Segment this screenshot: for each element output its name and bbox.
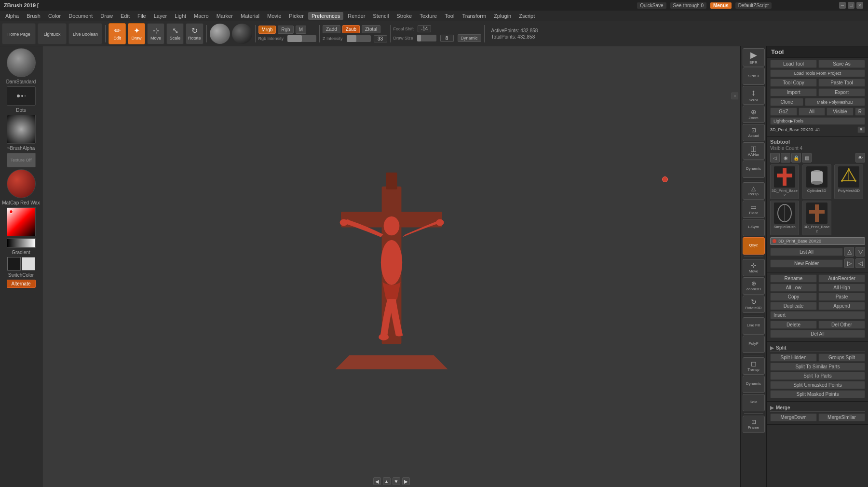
m-btn[interactable]: M — [296, 26, 306, 34]
subtool-item-3dprint[interactable]: 3D_Print_Base 2 — [770, 164, 799, 199]
scroll-left-btn[interactable]: ◀ — [373, 477, 381, 485]
subtool-view-toggle[interactable]: 👁 — [855, 153, 865, 162]
paste-btn[interactable]: Paste — [818, 293, 865, 301]
canvas-area[interactable]: ◀ ▲ ▼ ▶ ▪ — [42, 46, 740, 487]
menu-stroke[interactable]: Stroke — [393, 12, 415, 20]
menu-light[interactable]: Light — [171, 12, 190, 20]
ztotal-btn[interactable]: Ztotal — [362, 25, 380, 33]
scroll-btn[interactable]: ↕ Scroll — [743, 86, 765, 104]
copy-tool-btn[interactable]: Tool Copy — [770, 79, 817, 87]
new-folder-btn[interactable]: New Folder — [770, 259, 843, 268]
split-unmasked-btn[interactable]: Split Unmasked Points — [770, 381, 865, 389]
menu-alpha[interactable]: Alpha — [2, 12, 22, 20]
import-btn[interactable]: Import — [770, 88, 817, 96]
maximize-btn[interactable]: □ — [848, 2, 854, 9]
del-all-btn[interactable]: Del All — [770, 330, 865, 338]
lightbox-tools-btn[interactable]: Lightbox▶Tools — [770, 117, 865, 125]
menu-file[interactable]: File — [134, 12, 149, 20]
subtool-item-3dprint2[interactable]: 3D_Print_Base 2 — [802, 201, 831, 235]
folder-collapse-btn[interactable]: ◁ — [855, 258, 865, 268]
save-as-btn[interactable]: Save As — [818, 60, 865, 68]
menu-layer[interactable]: Layer — [150, 12, 171, 20]
render-sphere[interactable] — [232, 24, 252, 44]
copy-btn[interactable]: Copy — [770, 293, 817, 301]
aahar-btn[interactable]: ◫ AAHar — [743, 142, 765, 160]
zoom3d-btn[interactable]: ⊕ Zoom3D — [743, 277, 765, 295]
qxyz-btn[interactable]: Qxyz — [743, 237, 765, 255]
subtool-list-item-active[interactable]: 3D_Print_Base 20X20 — [770, 237, 865, 245]
menu-preferences[interactable]: Preferences — [308, 12, 343, 20]
split-similar-parts-btn[interactable]: Split To Similar Parts — [770, 363, 865, 371]
menu-tool[interactable]: Tool — [441, 12, 458, 20]
texture-preview[interactable]: Texture Off — [7, 153, 36, 167]
rgb-btn[interactable]: Rgb — [278, 26, 293, 34]
folder-expand-btn[interactable]: ▷ — [844, 258, 854, 268]
mrgb-btn[interactable]: Mrgb — [258, 26, 276, 34]
duplicate-btn[interactable]: Duplicate — [770, 302, 817, 310]
resize-handle[interactable]: ▪ — [732, 93, 738, 99]
draw-btn[interactable]: ✦ Draw — [128, 23, 145, 44]
list-all-btn[interactable]: List All — [770, 248, 843, 256]
list-down-btn[interactable]: ▽ — [855, 247, 865, 257]
merge-down-btn[interactable]: MergeDown — [770, 413, 817, 421]
draw-size-val[interactable]: 8 — [440, 35, 454, 42]
rotate3d-btn[interactable]: ↻ Rotate3D — [743, 296, 765, 313]
persp-btn[interactable]: △ Persp — [743, 182, 765, 200]
menu-document[interactable]: Document — [65, 12, 96, 20]
close-btn[interactable]: ✕ — [856, 2, 863, 9]
solo-btn[interactable]: Solo — [743, 394, 765, 411]
split-to-parts-btn[interactable]: Split To Parts — [770, 372, 865, 380]
zsub-btn[interactable]: Zsub — [342, 25, 360, 33]
actual-btn[interactable]: ⊡ Actual — [743, 124, 765, 141]
color-picker[interactable] — [7, 207, 36, 236]
menu-zplugin[interactable]: Zplugin — [490, 12, 515, 20]
subtool-visibility-btn[interactable]: ◁ — [770, 153, 780, 162]
quicksave-btn[interactable]: QuickSave — [637, 2, 666, 9]
subtool-item-polymesh[interactable]: PolyMesh3D — [834, 164, 863, 199]
menu-material[interactable]: Material — [237, 12, 263, 20]
split-hidden-btn[interactable]: Split Hidden — [770, 353, 817, 362]
dynamic-vtb-btn[interactable]: Dynamic — [743, 161, 765, 178]
all-btn[interactable]: All — [799, 108, 826, 116]
subtool-item-cylinder[interactable]: Cylinder3D — [802, 164, 831, 199]
zoom-btn[interactable]: ⊕ Zoom — [743, 106, 765, 123]
subtool-lock-btn[interactable]: 🔒 — [791, 153, 801, 162]
menu-render[interactable]: Render — [344, 12, 368, 20]
merge-similar-btn[interactable]: MergeSimilar — [818, 413, 865, 421]
subtool-eye-btn[interactable]: ◉ — [781, 153, 790, 162]
default-zscript-btn[interactable]: DefaultZScript — [735, 2, 772, 9]
menu-marker[interactable]: Marker — [213, 12, 236, 20]
spix3-btn[interactable]: SPix 3 — [743, 68, 765, 85]
see-through-btn[interactable]: See-through 0 — [670, 2, 706, 9]
menu-transform[interactable]: Transform — [459, 12, 489, 20]
scroll-right-btn[interactable]: ▶ — [402, 477, 410, 485]
lsym-btn[interactable]: L.Sym — [743, 219, 765, 236]
bg-color-swatch[interactable] — [22, 257, 35, 271]
groups-split-btn[interactable]: Groups Split — [818, 353, 865, 362]
load-tools-from-project-btn[interactable]: Load Tools From Project — [770, 69, 865, 77]
transp-btn[interactable]: ◻ Transp — [743, 357, 765, 375]
paste-tool-btn[interactable]: Paste Tool — [818, 79, 865, 87]
menu-color[interactable]: Color — [45, 12, 64, 20]
zadd-btn[interactable]: Zadd — [323, 25, 340, 33]
edit-btn[interactable]: ✏ Edit — [108, 23, 126, 44]
clone-btn[interactable]: Clone — [770, 98, 803, 106]
bpr-btn[interactable]: ▶ BPR — [743, 48, 765, 67]
menu-texture[interactable]: Texture — [416, 12, 440, 20]
frame-btn[interactable]: ⊡ Frame — [743, 416, 765, 433]
append-btn[interactable]: Append — [818, 302, 865, 310]
split-masked-btn[interactable]: Split Masked Points — [770, 390, 865, 398]
alternate-btn[interactable]: Alternate — [7, 280, 36, 288]
del-other-btn[interactable]: Del Other — [818, 321, 865, 329]
menu-macro[interactable]: Macro — [190, 12, 212, 20]
menu-draw[interactable]: Draw — [97, 12, 116, 20]
matcap-preview[interactable] — [7, 169, 36, 198]
z-intensity-val[interactable]: 33 — [374, 35, 387, 42]
insert-btn[interactable]: Insert — [770, 311, 865, 319]
goz-btn[interactable]: GoZ — [770, 108, 797, 116]
fg-color-swatch[interactable] — [7, 257, 21, 271]
menu-picker[interactable]: Picker — [285, 12, 307, 20]
alpha-preview[interactable] — [7, 115, 36, 144]
auto-reorder-btn[interactable]: AutoReorder — [818, 274, 865, 283]
rotate-btn[interactable]: ↻ Rotate — [186, 23, 203, 44]
